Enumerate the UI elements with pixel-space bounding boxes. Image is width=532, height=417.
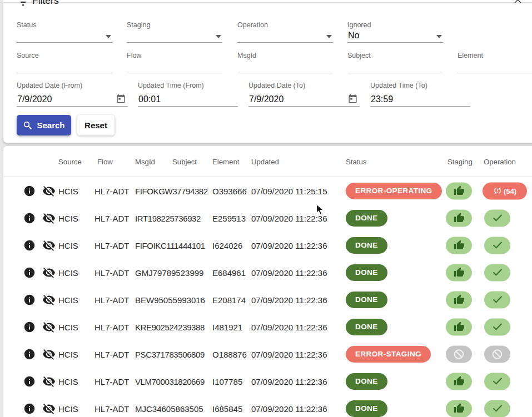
cell-element: O393666: [212, 186, 247, 195]
cell-source: HCIS: [58, 404, 78, 413]
operation-done-button[interactable]: [484, 400, 510, 417]
operation-retry-button[interactable]: (54): [483, 182, 527, 199]
row-info-icon[interactable]: [23, 212, 36, 224]
staging-approve-button[interactable]: [446, 182, 472, 199]
operation-done-button[interactable]: [484, 237, 510, 254]
filters-title: Filters: [32, 0, 59, 7]
row-hide-icon[interactable]: [42, 212, 56, 225]
cell-flow: HL7-ADT: [95, 376, 130, 386]
cell-msgid: BEW95055993016: [135, 295, 205, 304]
cell-flow: HL7-ADT: [95, 186, 130, 195]
msgid-input[interactable]: MsgId: [237, 52, 333, 73]
flow-input[interactable]: Flow: [127, 52, 222, 73]
row-hide-icon[interactable]: [42, 239, 56, 252]
updated-time-to-input[interactable]: Updated Time (To) 23:59: [370, 82, 470, 107]
operation-done-button[interactable]: [484, 291, 510, 308]
cell-updated: 07/09/2020 11:22:36: [251, 213, 327, 223]
subject-input[interactable]: Subject: [347, 52, 443, 73]
source-input[interactable]: Source: [17, 52, 112, 73]
cell-msgid: FIFOKGW37794382: [135, 186, 208, 195]
cell-msgid: VLM700031820669: [135, 376, 205, 386]
table-row: HCISHL7-ADTPSC371783506809O18887607/09/2…: [3, 340, 532, 368]
row-info-icon[interactable]: [23, 348, 36, 360]
staging-approve-button[interactable]: [446, 400, 472, 417]
row-hide-icon[interactable]: [42, 184, 56, 198]
updated-date-from-input[interactable]: Updated Date (From) 7/9/2020: [17, 82, 128, 107]
row-hide-icon[interactable]: [42, 402, 56, 415]
operation-select[interactable]: Operation: [237, 21, 333, 43]
element-input[interactable]: Element: [458, 52, 532, 73]
col-subject: Subject: [172, 157, 197, 165]
staging-select[interactable]: Staging: [127, 21, 222, 43]
table-row: HCISHL7-ADTIRT198225736932E25951307/09/2…: [3, 204, 532, 232]
cell-msgid: IRT198225736932: [135, 213, 201, 223]
cell-flow: HL7-ADT: [95, 349, 130, 359]
row-info-icon[interactable]: [23, 375, 36, 388]
cell-msgid: KRE902524239388: [135, 322, 205, 331]
operation-done-button[interactable]: [484, 373, 510, 390]
row-info-icon[interactable]: [23, 239, 36, 252]
staging-approve-button[interactable]: [446, 291, 472, 308]
cell-msgid: FIFOIKC111444101: [135, 240, 205, 250]
status-badge: DONE: [346, 319, 387, 335]
status-badge: DONE: [346, 292, 387, 308]
row-hide-icon[interactable]: [42, 348, 56, 361]
staging-approve-button[interactable]: [446, 264, 472, 281]
top-divider: [0, 2, 532, 3]
status-badge: DONE: [346, 210, 387, 227]
chevron-down-icon: [106, 35, 111, 38]
col-operation: Operation: [484, 157, 516, 165]
ignored-select[interactable]: Ignored No: [347, 21, 443, 43]
table-row: HCISHL7-ADTKRE902524239388I48192107/09/2…: [3, 313, 532, 341]
table-row: HCISHL7-ADTFIFOIKC111444101I62402607/09/…: [3, 232, 532, 259]
row-info-icon[interactable]: [23, 185, 36, 197]
staging-approve-button[interactable]: [446, 237, 472, 254]
updated-time-from-input[interactable]: Updated Time (From) 00:01: [138, 82, 238, 107]
staging-approve-button[interactable]: [446, 318, 472, 335]
retry-count: (54): [504, 187, 516, 195]
status-badge: DONE: [346, 237, 387, 254]
cell-flow: HL7-ADT: [95, 240, 130, 250]
cell-source: HCIS: [58, 295, 78, 304]
status-badge: DONE: [346, 373, 387, 390]
operation-done-button[interactable]: [484, 264, 510, 281]
col-flow: Flow: [97, 157, 113, 165]
row-info-icon[interactable]: [23, 403, 36, 415]
cell-source: HCIS: [58, 349, 78, 359]
cell-element: I685845: [212, 404, 242, 413]
filter-list-icon: [17, 0, 29, 8]
table-row: HCISHL7-ADTGMJ79789523999E68496107/09/20…: [3, 259, 532, 287]
operation-done-button[interactable]: [484, 318, 510, 335]
cell-source: HCIS: [58, 268, 78, 277]
table-row: HCISHL7-ADTMJC34605863505I68584507/09/20…: [3, 395, 532, 417]
calendar-icon[interactable]: [116, 94, 126, 103]
calendar-icon[interactable]: [348, 94, 357, 103]
cell-element: I624026: [212, 240, 242, 250]
reset-button[interactable]: Reset: [77, 115, 115, 135]
row-hide-icon[interactable]: [42, 293, 56, 307]
search-button[interactable]: Search: [17, 115, 71, 135]
row-info-icon[interactable]: [23, 267, 36, 279]
chevron-down-icon: [436, 35, 442, 38]
table-row: HCISHL7-ADTBEW95055993016E20817407/09/20…: [3, 286, 532, 314]
table-row: HCISHL7-ADTVLM700031820669I10778507/09/2…: [3, 368, 532, 395]
cell-element: E259513: [212, 213, 246, 223]
updated-date-to-input[interactable]: Updated Date (To) 7/9/2020: [248, 82, 360, 107]
cell-updated: 07/09/2020 11:22:36: [251, 349, 327, 359]
col-element: Element: [212, 157, 239, 165]
cell-element: E208174: [212, 295, 246, 304]
row-hide-icon[interactable]: [42, 320, 56, 334]
row-info-icon[interactable]: [23, 294, 36, 306]
close-icon[interactable]: [513, 0, 523, 4]
cell-flow: HL7-ADT: [95, 295, 130, 304]
status-select[interactable]: Status: [17, 21, 112, 43]
cell-flow: HL7-ADT: [95, 268, 130, 277]
cell-msgid: MJC34605863505: [135, 404, 203, 413]
operation-done-button[interactable]: [484, 209, 510, 227]
row-hide-icon[interactable]: [42, 266, 56, 279]
staging-approve-button[interactable]: [446, 373, 472, 390]
staging-approve-button[interactable]: [446, 209, 472, 227]
chevron-down-icon: [326, 35, 332, 38]
row-info-icon[interactable]: [23, 321, 36, 333]
row-hide-icon[interactable]: [42, 375, 56, 388]
